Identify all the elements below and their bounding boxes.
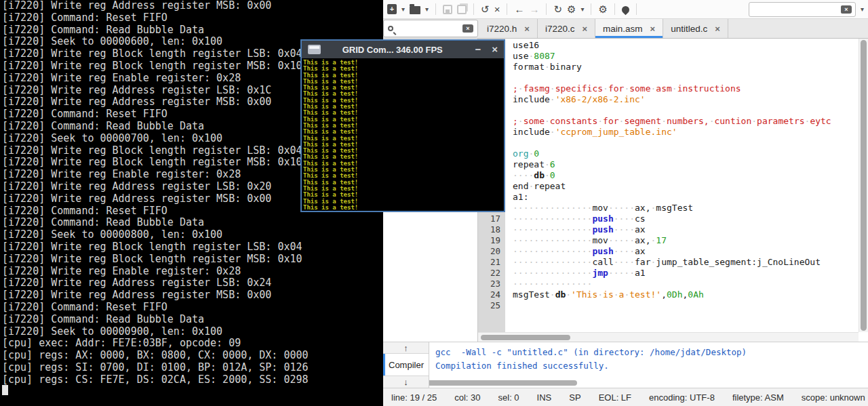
nav-forward-button[interactable]: → bbox=[529, 4, 539, 14]
terminal-line: [i7220] Write reg Block length register … bbox=[0, 253, 383, 266]
editor-pane: 1234567891011121314151617181920212223242… bbox=[478, 39, 868, 342]
code-line: ···············call····far·jump_table_se… bbox=[513, 257, 859, 268]
grid-com-window[interactable]: GRID Com... 346.00 FPS − × This is a tes… bbox=[300, 39, 505, 212]
tab-label: i7220.h bbox=[487, 24, 517, 34]
compiler-output-line: gcc -Wall -c "untitled.c" (in directory:… bbox=[435, 346, 868, 359]
terminal-line: [i7220] Command: Read Bubble Data bbox=[0, 314, 383, 326]
terminal-line: [i7220] Command: Read Bubble Data bbox=[0, 217, 383, 229]
tab-label: main.asm bbox=[603, 24, 643, 34]
tab-untitled.c[interactable]: untitled.c× bbox=[663, 19, 728, 38]
code-line bbox=[513, 73, 859, 83]
status-sel: sel: 0 bbox=[498, 392, 519, 403]
terminal-line: [i7220] Command: Reset FIFO bbox=[0, 302, 383, 314]
tab-bar: × i7220.h×i7220.c×main.asm×untitled.c× bbox=[383, 19, 868, 39]
terminal-line: [cpu] regs: CS: FE7E, DS: 02CA, ES: 2000… bbox=[0, 374, 383, 386]
close-document-button[interactable]: × bbox=[494, 4, 500, 14]
code-line bbox=[513, 300, 859, 311]
execute-button[interactable]: ⚙ bbox=[598, 4, 607, 14]
code-line: use16 bbox=[513, 40, 859, 51]
terminal-line: [cpu] exec: Addr: FE7E:03BF, opcode: 09 bbox=[0, 338, 383, 350]
tab-i7220.c[interactable]: i7220.c× bbox=[538, 19, 595, 38]
search-clear-icon[interactable]: × bbox=[462, 24, 473, 33]
tab-i7220.h[interactable]: i7220.h× bbox=[479, 19, 538, 38]
build-caret[interactable]: ▾ bbox=[580, 5, 584, 13]
line-number: 21 bbox=[478, 257, 500, 268]
toolbar-separator bbox=[546, 3, 547, 15]
code-area[interactable]: use16use·8087format·binary ;·fasmg·speci… bbox=[505, 39, 859, 332]
new-document-button[interactable]: + bbox=[387, 4, 397, 14]
code-line: ···············push····cs bbox=[513, 214, 859, 224]
close-icon[interactable]: × bbox=[492, 41, 498, 58]
status-bar: line: 19 / 25col: 30sel: 0INSSPEOL: LFen… bbox=[383, 388, 868, 406]
status-filetype: filetype: ASM bbox=[732, 392, 784, 403]
horizontal-scrollbar[interactable] bbox=[478, 332, 859, 342]
code-line: ;·some·constants·for·segment·numbers,·cu… bbox=[513, 116, 859, 127]
build-button[interactable]: ⚙ bbox=[567, 4, 576, 14]
terminal-line: [i7220] Write reg Address register LSB: … bbox=[0, 277, 383, 289]
tab-close-icon[interactable]: × bbox=[715, 24, 720, 34]
compile-button[interactable]: ↻ bbox=[553, 4, 562, 14]
entry-clear-icon[interactable]: × bbox=[841, 5, 852, 14]
nav-back-button[interactable]: ← bbox=[514, 4, 524, 14]
tab-close-icon[interactable]: × bbox=[524, 24, 530, 34]
status-indent-mode: SP bbox=[569, 392, 580, 403]
grid-output-line: This is a test! bbox=[303, 205, 504, 211]
code-line: use·8087 bbox=[513, 51, 859, 62]
status-eol: EOL: LF bbox=[599, 392, 631, 403]
tab-label: i7220.c bbox=[545, 24, 575, 34]
compiler-scrollbar-thumb[interactable] bbox=[429, 380, 577, 386]
toolbar-separator bbox=[507, 3, 507, 15]
code-line: include·'x86-2/x86-2.inc' bbox=[513, 94, 859, 105]
vertical-scrollbar[interactable] bbox=[859, 39, 868, 332]
compiler-scrollbar[interactable] bbox=[429, 380, 867, 386]
terminal-line: [i7220] Command: Reset FIFO bbox=[0, 12, 383, 24]
vertical-scrollbar-thumb[interactable] bbox=[861, 40, 867, 331]
search-icon bbox=[388, 26, 393, 31]
code-line: end·repeat bbox=[513, 181, 859, 192]
tab-compiler[interactable]: Compiler bbox=[383, 354, 429, 375]
line-number: 25 bbox=[478, 300, 500, 311]
document-tabs: i7220.h×i7220.c×main.asm×untitled.c× bbox=[479, 19, 728, 38]
minimize-icon[interactable]: − bbox=[475, 41, 481, 58]
toolbar-separator bbox=[435, 3, 436, 15]
tab-close-icon[interactable]: × bbox=[582, 24, 587, 34]
grid-com-title: GRID Com... 346.00 FPS bbox=[321, 45, 464, 55]
compiler-output: gcc -Wall -c "untitled.c" (in directory:… bbox=[429, 342, 868, 388]
status-col: col: 30 bbox=[454, 392, 480, 403]
code-line bbox=[513, 138, 859, 148]
toolbar-overflow-caret[interactable]: ▾ bbox=[861, 5, 864, 13]
message-panel: ↑ Compiler ↓ gcc -Wall -c "untitled.c" (… bbox=[383, 342, 868, 388]
save-all-button[interactable] bbox=[457, 5, 467, 14]
compiler-output-line: Compilation finished successfully. bbox=[435, 359, 868, 373]
status-scope: scope: unknown bbox=[802, 392, 865, 403]
scroll-up-icon[interactable]: ↑ bbox=[383, 342, 429, 354]
code-line: a1: bbox=[513, 192, 859, 203]
message-panel-tabs: ↑ Compiler ↓ bbox=[383, 342, 429, 388]
line-number: 23 bbox=[478, 279, 500, 289]
grid-com-titlebar[interactable]: GRID Com... 346.00 FPS − × bbox=[302, 41, 504, 58]
search-input[interactable]: × bbox=[383, 20, 478, 37]
code-line: ;·fasmg·specifics·for·some·asm·instructi… bbox=[513, 83, 859, 94]
open-document-button[interactable] bbox=[410, 6, 420, 14]
terminal-line: [i7220] Write reg Address register MSB: … bbox=[0, 0, 383, 12]
line-number: 18 bbox=[478, 224, 500, 235]
goto-line-entry[interactable]: × bbox=[749, 2, 856, 17]
terminal-line: [i7220] Write reg Block length register … bbox=[0, 241, 383, 253]
status-encoding: encoding: UTF-8 bbox=[649, 392, 715, 403]
line-number: 19 bbox=[478, 235, 500, 246]
revert-button[interactable]: ↺ bbox=[481, 4, 490, 14]
code-line: repeat·6 bbox=[513, 159, 859, 170]
terminal-line: [i7220] Write reg Enable register: 0x28 bbox=[0, 266, 383, 278]
color-chooser-button[interactable] bbox=[620, 5, 631, 16]
terminal-line: [i7220] Write reg Address register MSB: … bbox=[0, 289, 383, 302]
new-document-caret[interactable]: ▾ bbox=[401, 5, 405, 13]
terminal-line: [i7220] Seek to 00000800, len: 0x100 bbox=[0, 229, 383, 241]
open-document-caret[interactable]: ▾ bbox=[425, 5, 429, 13]
tab-main.asm[interactable]: main.asm× bbox=[595, 19, 663, 38]
horizontal-scrollbar-thumb[interactable] bbox=[481, 335, 570, 340]
save-button[interactable] bbox=[443, 5, 452, 14]
tab-label: untitled.c bbox=[671, 24, 707, 34]
line-number: 20 bbox=[478, 246, 500, 257]
tab-close-icon[interactable]: × bbox=[650, 24, 656, 34]
scroll-down-icon[interactable]: ↓ bbox=[383, 375, 429, 387]
